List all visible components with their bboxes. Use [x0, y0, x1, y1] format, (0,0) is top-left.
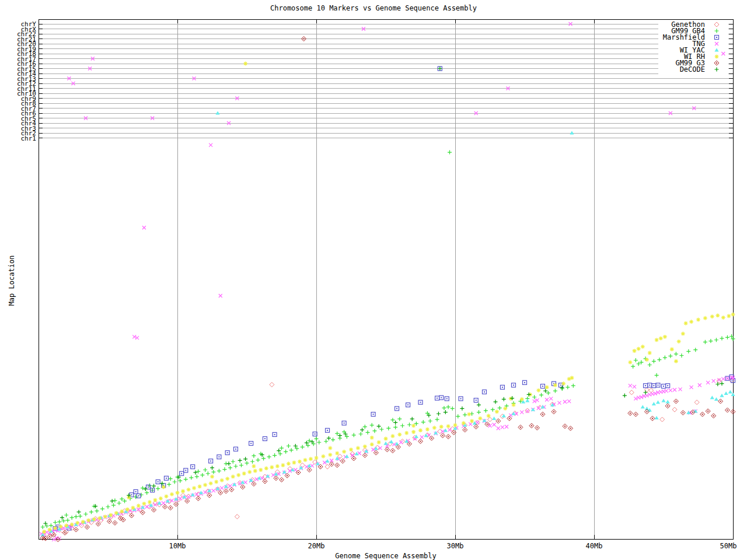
data-point [220, 487, 224, 490]
data-point [212, 489, 215, 492]
data-point [289, 448, 294, 452]
data-point [698, 383, 701, 387]
data-point [249, 478, 253, 482]
data-point [686, 349, 690, 354]
data-point [176, 491, 180, 495]
data-point [494, 400, 498, 404]
data-point [206, 471, 210, 475]
data-point [437, 412, 441, 416]
data-point [377, 424, 381, 428]
data-point [674, 359, 678, 363]
data-point [259, 468, 263, 472]
axes [39, 19, 733, 539]
data-point [484, 408, 488, 412]
data-point [64, 532, 65, 533]
data-point [236, 473, 240, 477]
data-point [239, 463, 243, 467]
data-point [644, 390, 648, 394]
data-point [553, 383, 557, 387]
data-point [386, 426, 390, 430]
data-point [145, 491, 149, 495]
data-point [520, 411, 523, 414]
data-point [649, 384, 650, 386]
data-point [420, 440, 421, 442]
data-point [526, 410, 529, 413]
data-point [511, 403, 515, 407]
data-point [498, 421, 499, 422]
data-point [270, 382, 274, 387]
data-point [97, 523, 99, 524]
data-point [525, 399, 529, 402]
data-point [487, 414, 491, 418]
scatter-plot: GenethonGM99 GB4MarshfieldTNGWI YACWI RH… [0, 0, 747, 560]
data-point [192, 486, 196, 490]
data-point [158, 481, 159, 482]
data-point [120, 497, 124, 501]
data-point [690, 386, 693, 389]
data-point [553, 411, 554, 412]
data-point [476, 426, 477, 428]
data-point [558, 401, 561, 405]
data-point [131, 515, 132, 516]
data-point [181, 473, 182, 474]
data-point [131, 506, 135, 510]
data-point [125, 508, 130, 512]
data-point [178, 479, 182, 483]
data-point [224, 485, 228, 488]
data-point [448, 436, 449, 437]
data-point [571, 384, 575, 388]
data-point [414, 422, 418, 426]
data-point [679, 354, 683, 358]
data-point [238, 459, 242, 463]
data-point [363, 425, 367, 429]
data-point [70, 516, 74, 520]
data-point [210, 466, 214, 470]
data-point [256, 458, 260, 462]
data-point [404, 431, 409, 435]
data-point [114, 522, 116, 523]
data-point [344, 422, 345, 424]
data-point [655, 373, 659, 377]
data-point [728, 390, 732, 393]
data-point [545, 398, 549, 401]
data-point [270, 466, 274, 470]
data-point [623, 394, 627, 398]
data-point [375, 452, 376, 453]
data-point [181, 489, 185, 494]
data-point [42, 530, 46, 534]
data-point [724, 391, 728, 395]
data-point [75, 529, 76, 530]
data-point [384, 437, 388, 441]
data-point [152, 484, 156, 488]
data-point [655, 416, 659, 419]
data-point [191, 493, 195, 496]
data-point [488, 424, 492, 428]
data-point [284, 450, 288, 454]
data-point [164, 494, 168, 498]
data-point [203, 468, 207, 472]
data-point [264, 466, 268, 470]
data-point [421, 420, 425, 424]
data-point [363, 444, 367, 449]
data-point [431, 438, 432, 439]
data-point [323, 461, 326, 464]
data-point [641, 405, 645, 408]
data-point [725, 377, 729, 380]
data-point [390, 418, 395, 422]
data-point [520, 397, 524, 401]
data-point [141, 505, 145, 509]
data-point [727, 410, 728, 411]
data-point [59, 524, 63, 528]
data-point [273, 453, 277, 457]
data-point [715, 382, 720, 386]
data-point [536, 427, 537, 428]
data-point [727, 314, 731, 318]
data-point [560, 384, 561, 386]
data-point [233, 464, 238, 468]
data-point [732, 380, 734, 381]
data-point [660, 417, 665, 422]
data-point [287, 444, 291, 448]
legend-swatch-square-dot-icon [716, 37, 717, 38]
data-point [342, 460, 343, 461]
data-point [563, 400, 567, 404]
